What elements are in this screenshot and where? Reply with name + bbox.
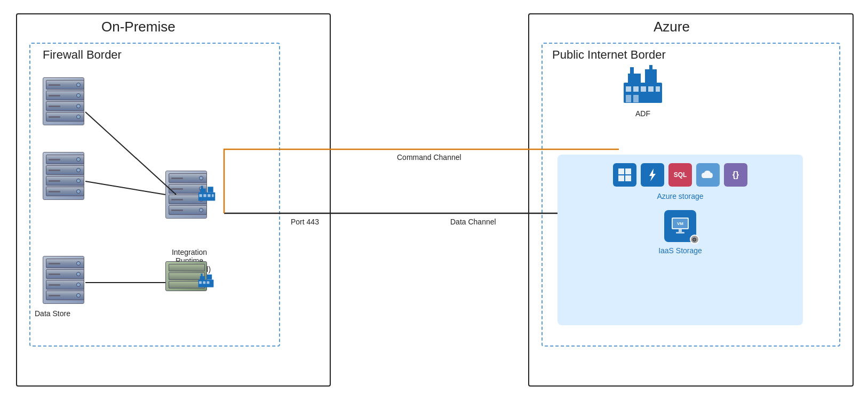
azure-title: Azure xyxy=(654,19,690,35)
port-443-label: Port 443 xyxy=(291,218,319,226)
data-store-server-mid xyxy=(43,152,88,200)
svg-rect-26 xyxy=(649,65,652,70)
json-storage-icon: {} xyxy=(724,163,747,187)
storage-icons-row: SQL {} xyxy=(613,163,747,187)
svg-rect-5 xyxy=(208,194,210,197)
svg-rect-13 xyxy=(207,282,210,284)
svg-rect-24 xyxy=(633,95,639,102)
svg-rect-25 xyxy=(630,67,634,75)
svg-rect-4 xyxy=(203,194,206,197)
iaas-storage-label: IaaS Storage xyxy=(658,246,702,255)
svg-rect-6 xyxy=(212,194,214,197)
azure-storage-label: Azure storage xyxy=(657,192,703,200)
adf-label: ADF xyxy=(627,109,659,118)
svg-rect-29 xyxy=(618,175,624,181)
svg-rect-14 xyxy=(201,274,202,277)
svg-rect-23 xyxy=(626,95,631,102)
svg-rect-21 xyxy=(648,86,654,92)
data-store-server-top xyxy=(43,77,88,125)
svg-rect-27 xyxy=(618,168,624,174)
svg-marker-31 xyxy=(649,168,656,181)
iaas-storage-container: VM ⚙ IaaS Storage xyxy=(658,210,702,255)
adf-icon xyxy=(622,64,664,109)
svg-rect-17 xyxy=(645,69,657,83)
firewall-border-title: Firewall Border xyxy=(43,48,122,62)
svg-rect-30 xyxy=(625,175,631,181)
integration-runtime-factory-icon xyxy=(197,184,216,205)
svg-rect-10 xyxy=(207,275,212,280)
integration-runtime-factory-icon-2 xyxy=(197,272,214,291)
event-hub-icon xyxy=(641,163,664,187)
svg-rect-12 xyxy=(203,282,205,284)
command-channel-label: Command Channel xyxy=(397,153,461,162)
svg-rect-34 xyxy=(679,229,682,232)
public-internet-title: Public Internet Border xyxy=(552,48,666,62)
sql-storage-icon: SQL xyxy=(668,163,692,187)
svg-rect-18 xyxy=(626,86,631,92)
svg-text:VM: VM xyxy=(677,221,683,226)
svg-rect-22 xyxy=(656,86,660,92)
svg-rect-35 xyxy=(676,232,684,234)
svg-rect-11 xyxy=(199,282,202,284)
grid-storage-icon xyxy=(613,163,636,187)
iaas-storage-icon: VM ⚙ xyxy=(664,210,696,242)
svg-rect-19 xyxy=(633,86,639,92)
svg-rect-28 xyxy=(625,168,631,174)
svg-rect-2 xyxy=(208,187,213,192)
data-store-server-bot xyxy=(43,256,88,304)
data-store-label: Data Store xyxy=(35,309,70,318)
diagram-container: On-Premise Azure Firewall Border Public … xyxy=(0,0,868,402)
svg-rect-20 xyxy=(641,86,646,92)
svg-rect-16 xyxy=(628,74,641,83)
cloud-storage-icon xyxy=(696,163,720,187)
azure-storage-group: SQL {} Azure storage xyxy=(558,155,803,325)
svg-rect-7 xyxy=(201,186,203,190)
svg-rect-3 xyxy=(200,194,202,197)
on-premise-title: On-Premise xyxy=(101,19,176,35)
data-channel-label: Data Channel xyxy=(450,218,496,226)
